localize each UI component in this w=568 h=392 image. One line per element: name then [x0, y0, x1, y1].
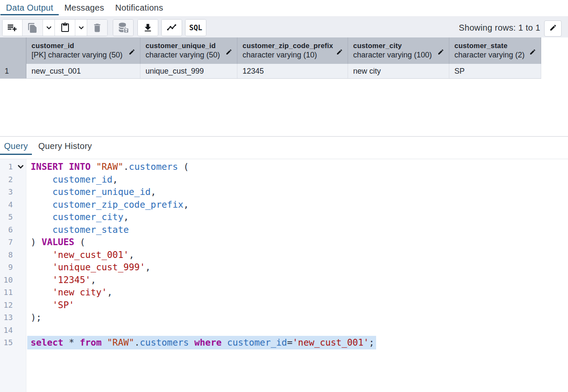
tab-data-output[interactable]: Data Output [0, 0, 59, 16]
edit-column-icon[interactable] [225, 49, 232, 57]
toolbar-group [161, 19, 182, 36]
toolbar-group [113, 19, 134, 36]
copy-icon [27, 23, 38, 33]
cell-customer_city[interactable]: new city [348, 64, 449, 78]
cell-customer_zip_code_prefix[interactable]: 12345 [237, 64, 348, 78]
line-number: 8 [0, 249, 13, 261]
paste-button[interactable] [54, 20, 75, 36]
code-line-5: customer_city, [31, 211, 129, 223]
code-line-3: customer_unique_id, [31, 186, 156, 198]
save-data-icon [117, 22, 129, 34]
paste-options-button[interactable] [75, 20, 87, 36]
sql-editor[interactable]: 1INSERT INTO "RAW".customers (2 customer… [0, 159, 568, 392]
column-name: customer_unique_id [146, 41, 237, 50]
line-number: 10 [0, 274, 13, 286]
toolbar-group [137, 19, 158, 36]
line-number: 15 [0, 336, 13, 349]
toolbar-group: SQL [185, 19, 206, 36]
add-row-icon [6, 22, 18, 33]
paste-icon [60, 22, 70, 33]
column-name: customer_city [353, 41, 449, 50]
edit-column-icon[interactable] [336, 49, 343, 57]
grid-data-row[interactable]: 1new_cust_001unique_cust_99912345new cit… [0, 64, 541, 79]
column-type: character varying (50) [146, 50, 237, 60]
edit-data-button[interactable] [544, 20, 562, 37]
line-number: 2 [0, 173, 13, 186]
row-number-cell[interactable]: 1 [0, 64, 26, 78]
column-header-customer_unique_id[interactable]: customer_unique_idcharacter varying (50) [140, 37, 237, 64]
tab-query-history[interactable]: Query History [32, 137, 98, 155]
cell-customer_unique_id[interactable]: unique_cust_999 [140, 64, 237, 78]
showing-rows-status: Showing rows: 1 to 1 [459, 16, 540, 37]
fold-arrow-icon[interactable] [17, 163, 25, 172]
line-number: 14 [0, 324, 13, 337]
code-line-1: INSERT INTO "RAW".customers ( [31, 160, 189, 173]
code-line-13: ); [31, 311, 42, 324]
column-name: customer_state [454, 41, 541, 50]
column-name: customer_zip_code_prefix [243, 41, 348, 50]
query-panel-tabs: QueryQuery History [0, 137, 568, 155]
column-type: character varying (2) [454, 50, 541, 60]
line-number: 4 [0, 198, 13, 211]
tab-messages[interactable]: Messages [59, 0, 110, 16]
column-header-customer_state[interactable]: customer_statecharacter varying (2) [449, 37, 541, 64]
sql-button-label: SQL [189, 23, 203, 32]
tab-query[interactable]: Query [0, 137, 32, 155]
code-line-12: 'SP' [31, 299, 74, 312]
download-icon [143, 23, 153, 33]
delete-row-button[interactable] [87, 20, 107, 36]
edit-column-icon[interactable] [128, 49, 135, 57]
code-line-11: 'new city', [31, 286, 112, 299]
line-number: 3 [0, 186, 13, 198]
result-panel-tabs: Data OutputMessagesNotifications [0, 0, 568, 16]
toolbar-group [2, 19, 108, 36]
graph-visualiser-button[interactable] [162, 20, 182, 36]
panel-splitter[interactable] [0, 136, 568, 137]
column-header-customer_city[interactable]: customer_citycharacter varying (100) [348, 37, 449, 64]
pencil-icon [549, 24, 557, 33]
line-number: 11 [0, 286, 13, 299]
line-number: 1 [0, 160, 13, 173]
code-line-2: customer_id, [31, 173, 118, 186]
line-number: 7 [0, 236, 13, 249]
save-data-changes-button[interactable] [113, 20, 133, 36]
cell-customer_state[interactable]: SP [449, 64, 541, 78]
column-header-customer_id[interactable]: customer_id[PK] character varying (50) [26, 37, 140, 64]
line-number: 9 [0, 261, 13, 274]
code-line-15: select * from "RAW".customers where cust… [31, 336, 374, 349]
copy-options-button[interactable] [43, 20, 54, 36]
line-number: 6 [0, 223, 13, 236]
cell-customer_id[interactable]: new_cust_001 [26, 64, 140, 78]
delete-icon [92, 22, 103, 33]
sql-button[interactable]: SQL [186, 20, 206, 36]
code-line-9: 'unique_cust_999', [31, 261, 151, 274]
edit-column-icon[interactable] [437, 49, 444, 57]
line-number: 13 [0, 311, 13, 324]
code-line-4: customer_zip_code_prefix, [31, 198, 189, 211]
add-row-button[interactable] [3, 20, 22, 36]
grid-corner-cell[interactable] [0, 37, 26, 64]
column-header-customer_zip_code_prefix[interactable]: customer_zip_code_prefixcharacter varyin… [237, 37, 348, 64]
code-line-6: customer_state [31, 223, 129, 236]
chart-icon [166, 23, 177, 33]
column-type: character varying (100) [353, 50, 449, 60]
copy-button[interactable] [22, 20, 43, 36]
chevron-down-icon [46, 24, 52, 31]
grid-header-row: customer_id[PK] character varying (50)cu… [0, 37, 541, 64]
download-csv-button[interactable] [138, 20, 158, 36]
chevron-down-icon [78, 24, 85, 31]
code-line-8: 'new_cust_001', [31, 249, 134, 261]
tab-notifications[interactable]: Notifications [110, 0, 169, 16]
column-type: character varying (10) [243, 50, 348, 60]
code-line-7: ) VALUES ( [31, 236, 85, 249]
edit-column-icon[interactable] [529, 49, 536, 57]
column-type: [PK] character varying (50) [31, 50, 140, 60]
line-number: 5 [0, 211, 13, 223]
code-line-10: '12345', [31, 274, 96, 286]
column-name: customer_id [31, 41, 140, 50]
line-number: 12 [0, 299, 13, 312]
